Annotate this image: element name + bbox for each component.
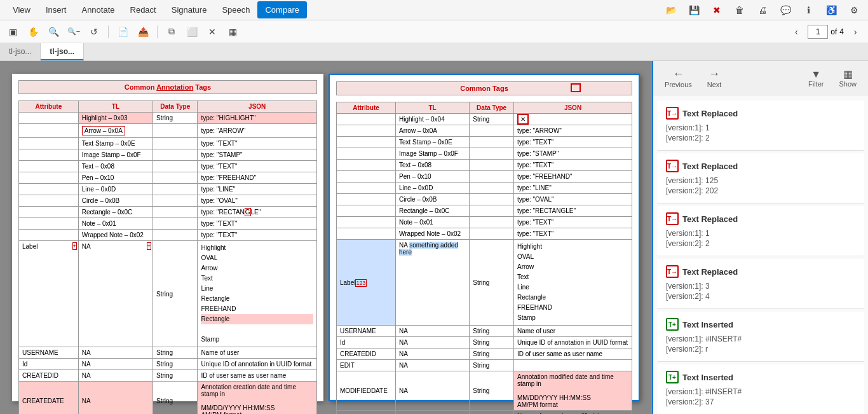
cell-attr: USERNAME bbox=[337, 326, 396, 337]
add-page-btn[interactable]: 📄 bbox=[114, 23, 132, 41]
diff-entry-3[interactable]: T→ Text Replaced [version:1]: 1 [version… bbox=[657, 206, 864, 256]
cell-tl: NA bbox=[396, 348, 470, 360]
diff-entry-1[interactable]: T→ Text Replaced [version:1]: 1 [version… bbox=[657, 100, 864, 151]
cell-attr bbox=[337, 194, 396, 205]
cell-dt: String bbox=[470, 326, 514, 337]
save-icon[interactable]: 💾 bbox=[685, 1, 703, 19]
copy-text-btn[interactable]: ⬜ bbox=[183, 23, 201, 41]
left-header-attr: Attribute bbox=[19, 101, 79, 113]
cell-json: type: "TEXT" bbox=[198, 161, 317, 172]
diff-entry-6[interactable]: T+ Text Inserted [version:1]: #INSERT# [… bbox=[657, 364, 864, 414]
show-btn[interactable]: ▦ Show bbox=[832, 66, 863, 90]
diff-title-3: Text Replaced bbox=[682, 214, 738, 224]
hand-tool-btn[interactable]: ✋ bbox=[24, 23, 42, 41]
menu-redact[interactable]: Redact bbox=[123, 1, 164, 18]
next-label: Next bbox=[707, 81, 722, 88]
menu-signature[interactable]: Signature bbox=[164, 1, 215, 18]
right-section-title: Common Tags bbox=[336, 81, 632, 95]
diff-header-6: T+ Text Inserted bbox=[666, 371, 855, 383]
cell-label-json: Highlight OVAL Arrow Text Line Rectangle… bbox=[198, 241, 317, 347]
cell-json: type: "TEXT" bbox=[514, 137, 632, 148]
close-compare-btn[interactable]: ✕ bbox=[203, 23, 221, 41]
table-row: USERNAME NA String Name of user bbox=[19, 347, 317, 359]
next-btn[interactable]: → Next bbox=[701, 65, 728, 91]
table-row: EDIT NA String bbox=[337, 360, 632, 371]
cell-attr bbox=[19, 172, 79, 184]
cell-tl: Pen – 0x10 bbox=[396, 171, 470, 183]
cell-dt bbox=[153, 161, 198, 172]
cell-attr: CREATEDID bbox=[337, 348, 396, 360]
comment-icon[interactable]: 💬 bbox=[776, 1, 794, 19]
cell-json: type: "FREEHAND" bbox=[198, 172, 317, 184]
cell-dt bbox=[153, 138, 198, 149]
cell-tl: NA bbox=[396, 371, 470, 411]
filter-btn[interactable]: ▼ Filter bbox=[802, 66, 830, 90]
delete-icon[interactable]: 🗑 bbox=[731, 1, 749, 19]
tab-1[interactable]: tl-jso... bbox=[0, 43, 41, 60]
next-page-btn[interactable]: › bbox=[846, 23, 864, 41]
cell-tl: Line – 0x0D bbox=[396, 183, 470, 194]
menu-compare[interactable]: Compare bbox=[257, 1, 306, 18]
menu-view[interactable]: View bbox=[5, 1, 38, 18]
cell-attr: CREATEDID bbox=[19, 370, 79, 382]
menu-annotate[interactable]: Annotate bbox=[74, 1, 122, 18]
panel-toggle-btn[interactable]: ▣ bbox=[4, 23, 22, 41]
zoom-in-btn[interactable]: 🔍 bbox=[44, 23, 62, 41]
rotate-btn[interactable]: ↺ bbox=[85, 23, 103, 41]
diff-header-4: T→ Text Replaced bbox=[666, 265, 855, 278]
cell-attr bbox=[19, 149, 79, 161]
diff-entry-5[interactable]: T+ Text Inserted [version:1]: #INSERT# [… bbox=[657, 312, 864, 362]
accessibility-icon[interactable]: ♿ bbox=[822, 1, 840, 19]
next-arrow-icon: → bbox=[709, 67, 720, 81]
extract-page-btn[interactable]: 📤 bbox=[134, 23, 152, 41]
previous-btn[interactable]: ← Previous bbox=[658, 65, 698, 91]
cell-tl: Text – 0x08 bbox=[396, 160, 470, 171]
cell-attr bbox=[337, 137, 396, 148]
diff-v2-3: [version:2]: 2 bbox=[666, 239, 855, 248]
cell-dt bbox=[153, 195, 198, 207]
document-area[interactable]: Common Annotation Tags Attribute TL Data… bbox=[0, 61, 652, 414]
info-icon[interactable]: ℹ bbox=[799, 1, 817, 19]
table-row: MODIFIEDID NA String Name of user who mo… bbox=[337, 411, 632, 415]
cell-attr: USERNAME bbox=[19, 347, 79, 359]
zoom-out-btn[interactable]: 🔍− bbox=[65, 23, 83, 41]
cell-json: type: "LINE" bbox=[198, 184, 317, 195]
diff-v2-6: [version:2]: 37 bbox=[666, 397, 855, 406]
cell-tl: NA bbox=[78, 382, 153, 415]
cell-tl: Text – 0x08 bbox=[78, 161, 153, 172]
fit-page-btn[interactable]: ▦ bbox=[224, 23, 241, 41]
table-row: Highlight – 0x04 String ✕ bbox=[337, 114, 632, 125]
open-icon[interactable]: 📂 bbox=[662, 1, 680, 19]
cell-tl: Image Stamp – 0x0F bbox=[78, 149, 153, 161]
table-row: Text Stamp – 0x0E type: "TEXT" bbox=[19, 138, 317, 149]
menu-insert[interactable]: Insert bbox=[38, 1, 74, 18]
diff-v2-5: [version:2]: r bbox=[666, 345, 855, 354]
settings-icon[interactable]: ⚙ bbox=[845, 1, 863, 19]
prev-page-btn[interactable]: ‹ bbox=[787, 23, 805, 41]
annotation-underline: Annotation bbox=[156, 83, 193, 91]
cell-label-dt: String bbox=[470, 240, 514, 326]
table-row: Arrow – 0x0A type: "ARROW" bbox=[19, 124, 317, 138]
cell-tl: NA bbox=[396, 337, 470, 348]
cell-tl: Circle – 0x0B bbox=[396, 194, 470, 205]
print-icon[interactable]: 🖨 bbox=[754, 1, 771, 19]
table-row: Circle – 0x0B type: "OVAL" bbox=[19, 195, 317, 207]
diff-entry-2[interactable]: T→ Text Replaced [version:1]: 125 [versi… bbox=[657, 153, 864, 204]
menu-speech[interactable]: Speech bbox=[214, 1, 257, 18]
cell-dt: String bbox=[470, 371, 514, 411]
text-replaced-icon-3: T→ bbox=[666, 212, 679, 225]
table-row: Line – 0x0D type: "LINE" bbox=[19, 184, 317, 195]
close-file-icon[interactable]: ✖ bbox=[708, 1, 726, 19]
tab-2[interactable]: tl-jso... bbox=[41, 43, 84, 60]
cell-json: type: "RECTANGLE" bbox=[198, 207, 317, 218]
cell-json: type: "TEXT" bbox=[514, 160, 632, 171]
menu-bar: View Insert Annotate Redact Signature Sp… bbox=[0, 0, 868, 20]
cell-tl: NA bbox=[396, 360, 470, 371]
compare-btn[interactable]: ⧉ bbox=[163, 23, 180, 41]
diff-entry-4[interactable]: T→ Text Replaced [version:1]: 3 [version… bbox=[657, 259, 864, 309]
cell-dt bbox=[153, 172, 198, 184]
cell-json: Annotation modified date and time stamp … bbox=[514, 371, 632, 411]
page-number-input[interactable]: 1 bbox=[808, 25, 828, 39]
cell-label-json: Highlight OVAL Arrow Text Line Rectangle… bbox=[514, 240, 632, 326]
cell-attr: Id bbox=[337, 337, 396, 348]
